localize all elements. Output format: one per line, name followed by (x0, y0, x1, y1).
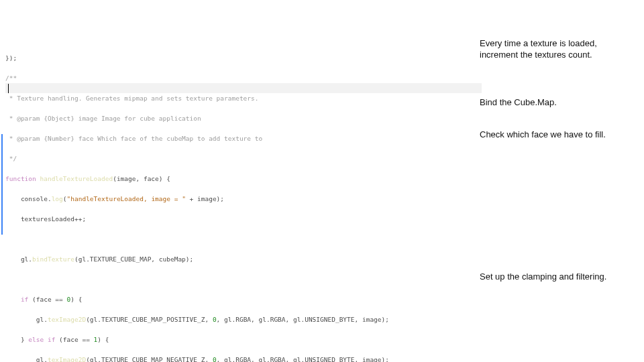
annotation: Every time a texture is loaded, incremen… (480, 38, 631, 60)
code-line: texturesLoaded++; (5, 214, 475, 224)
gutter-indent-guide (1, 134, 3, 235)
code-line: if (face == 0) { (5, 294, 475, 304)
code-line: }); (5, 53, 475, 63)
code-line: * Texture handling. Generates mipmap and… (5, 93, 475, 103)
code-editor[interactable]: }); /** * Texture handling. Generates mi… (5, 3, 475, 362)
code-line: /** (5, 73, 475, 83)
code-line: * @param {Number} face Which face of the… (5, 133, 475, 143)
code-line: gl.texImage2D(gl.TEXTURE_CUBE_MAP_NEGATI… (5, 355, 475, 362)
code-line: gl.bindTexture(gl.TEXTURE_CUBE_MAP, cube… (5, 254, 475, 264)
annotation: Set up the clamping and filtering. (480, 271, 631, 282)
code-line (5, 274, 475, 284)
code-line: } else if (face == 1) { (5, 335, 475, 345)
code-line: */ (5, 154, 475, 164)
code-line: gl.texImage2D(gl.TEXTURE_CUBE_MAP_POSITI… (5, 314, 475, 324)
annotation: Bind the Cube.Map. (480, 97, 631, 108)
annotation: Check which face we have to fill. (480, 129, 631, 140)
code-line (5, 234, 475, 244)
code-line: console.log("handleTextureLoaded, image … (5, 194, 475, 204)
code-line: * @param {Object} image Image for cube a… (5, 113, 475, 123)
code-line: function handleTextureLoaded(image, face… (5, 174, 475, 184)
